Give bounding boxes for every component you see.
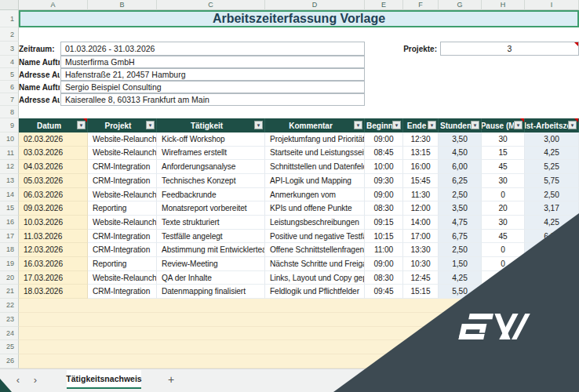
row-header-9[interactable]: 9: [0, 118, 19, 132]
cell-r13-c0[interactable]: 05.03.2026: [19, 174, 88, 188]
cell-r15-c5[interactable]: 12:00: [403, 201, 439, 216]
filter-dropdown-icon[interactable]: ▼: [392, 121, 401, 129]
add-sheet-button[interactable]: +: [163, 372, 179, 387]
column-header-E[interactable]: E: [365, 0, 403, 10]
cell-r10-c3[interactable]: Projektumfang und Prioritäten: [265, 132, 365, 147]
cell-r18-c1[interactable]: CRM-Integration: [88, 243, 157, 257]
cell-r12-c8[interactable]: 5,25: [525, 160, 579, 174]
row-header-24[interactable]: 24: [0, 327, 19, 341]
column-header-A[interactable]: A: [19, 0, 88, 10]
cell-r16-c0[interactable]: 10.03.2026: [19, 216, 88, 230]
cell-r16-c8[interactable]: 4,25: [525, 216, 579, 230]
cell-r16-c3[interactable]: Leistungsbeschreibungen: [265, 216, 365, 230]
cell-r15-c1[interactable]: Reporting: [88, 201, 157, 216]
cell-r17-c8[interactable]: 6,00: [525, 230, 579, 244]
empty-row-23[interactable]: [19, 313, 579, 327]
table-header-2[interactable]: Tätigkeit▼: [157, 118, 265, 132]
cell-r20-c2[interactable]: QA der Inhalte: [157, 271, 265, 285]
column-header-F[interactable]: F: [403, 0, 439, 10]
cell-r16-c7[interactable]: 30: [482, 216, 525, 230]
cell-r14-c1[interactable]: Website-Relaunch: [88, 188, 157, 202]
cell-r19-c3[interactable]: Nächste Schritte und Freigaben: [265, 257, 365, 271]
cell-r19-c0[interactable]: 16.03.2026: [19, 257, 88, 271]
form-value-cell-0[interactable]: 01.03.2026 - 31.03.2026: [60, 42, 365, 56]
table-header-5[interactable]: Ende▼: [403, 118, 439, 132]
cell-r13-c6[interactable]: 6,25: [439, 174, 482, 188]
table-header-3[interactable]: Kommentar▼: [265, 118, 365, 132]
cell-r12-c2[interactable]: Anforderungsanalyse: [157, 160, 265, 174]
cell-r12-c0[interactable]: 04.03.2026: [19, 160, 88, 174]
projects-value-cell[interactable]: 3: [440, 42, 579, 56]
cell-r21-c2[interactable]: Datenmapping finalisiert: [157, 285, 265, 299]
cell-r11-c8[interactable]: 4,25: [525, 147, 579, 161]
form-value-cell-1[interactable]: Musterfirma GmbH: [60, 56, 365, 68]
cell-r17-c2[interactable]: Testfälle angelegt: [157, 230, 265, 244]
table-header-7[interactable]: Pause (Mi▼: [482, 118, 525, 132]
column-header-H[interactable]: H: [482, 0, 525, 10]
column-header-C[interactable]: C: [157, 0, 265, 10]
cell-r12-c7[interactable]: 45: [482, 160, 525, 174]
cell-r21-c4[interactable]: 09:45: [365, 285, 403, 299]
row-header-17[interactable]: 17: [0, 230, 19, 244]
cell-r21-c6[interactable]: 5,50: [439, 285, 482, 299]
row-header-7[interactable]: 7: [0, 93, 19, 106]
cell-r11-c3[interactable]: Startseite und Leistungsseiten: [265, 147, 365, 161]
cell-r13-c2[interactable]: Technisches Konzept: [157, 174, 265, 188]
cell-r13-c4[interactable]: 09:30: [365, 174, 403, 188]
cell-r12-c4[interactable]: 10:00: [365, 160, 403, 174]
row-header-14[interactable]: 14: [0, 188, 19, 202]
form-value-cell-2[interactable]: Hafenstraße 21, 20457 Hamburg: [60, 68, 365, 81]
cell-r19-c4[interactable]: 09:00: [365, 257, 403, 271]
empty-row-26[interactable]: [19, 354, 579, 368]
cell-r18-c0[interactable]: 12.03.2026: [19, 243, 88, 257]
cell-r15-c3[interactable]: KPIs und offene Punkte: [265, 201, 365, 216]
cell-r19-c6[interactable]: 1,50: [439, 257, 482, 271]
cell-r11-c1[interactable]: Website-Relaunch: [88, 147, 157, 161]
row-header-10[interactable]: 10: [0, 132, 19, 147]
row-header-20[interactable]: 20: [0, 271, 19, 285]
cell-r18-c2[interactable]: Abstimmung mit Entwicklerteam: [157, 243, 265, 257]
cell-r14-c4[interactable]: 09:00: [365, 188, 403, 202]
cell-r10-c5[interactable]: 12:30: [403, 132, 439, 147]
empty-row-24[interactable]: [19, 327, 579, 341]
cell-r17-c5[interactable]: 17:00: [403, 230, 439, 244]
filter-dropdown-icon[interactable]: ▼: [428, 121, 436, 129]
row-header-1[interactable]: 1: [0, 10, 19, 27]
row-header-3[interactable]: 3: [0, 42, 19, 56]
cell-r13-c5[interactable]: 15:45: [403, 174, 439, 188]
empty-row-22[interactable]: [19, 299, 579, 313]
cell-r17-c0[interactable]: 11.03.2026: [19, 230, 88, 244]
row-header-5[interactable]: 5: [0, 68, 19, 81]
row-header-21[interactable]: 21: [0, 285, 19, 299]
cell-r15-c6[interactable]: 3,50: [439, 201, 482, 216]
tab-taetigkeitsnachweis[interactable]: Tätigkeitsnachweis: [67, 370, 141, 389]
cell-r15-c4[interactable]: 08:30: [365, 201, 403, 216]
row-header-2[interactable]: 2: [0, 27, 19, 42]
sheet-title-cell[interactable]: Arbeitszeiterfassung Vorlage: [19, 10, 579, 27]
cell-r17-c4[interactable]: 10:15: [365, 230, 403, 244]
row-header-25[interactable]: 25: [0, 340, 19, 354]
cell-r20-c7[interactable]: [482, 271, 525, 285]
cell-r21-c0[interactable]: 18.03.2026: [19, 285, 88, 299]
filter-dropdown-icon[interactable]: ▼: [471, 121, 479, 129]
row-header-11[interactable]: 11: [0, 147, 19, 161]
cell-r15-c7[interactable]: 20: [482, 201, 525, 216]
column-header-G[interactable]: G: [439, 0, 482, 10]
cell-r14-c7[interactable]: 0: [482, 188, 525, 202]
cell-r20-c6[interactable]: 4,25: [439, 271, 482, 285]
row-header-22[interactable]: 22: [0, 299, 19, 313]
cell-r17-c3[interactable]: Positive und negative Testfälle: [265, 230, 365, 244]
cell-r10-c1[interactable]: Website-Relaunch: [88, 132, 157, 147]
cell-r21-c3[interactable]: Feldlogik und Pflichtfelder: [265, 285, 365, 299]
cell-r14-c6[interactable]: 2,50: [439, 188, 482, 202]
cell-r19-c1[interactable]: Reporting: [88, 257, 157, 271]
cell-r19-c7[interactable]: 0: [482, 257, 525, 271]
row-header-16[interactable]: 16: [0, 216, 19, 230]
column-header-D[interactable]: D: [265, 0, 365, 10]
cell-r17-c1[interactable]: CRM-Integration: [88, 230, 157, 244]
cell-r14-c3[interactable]: Anmerkungen vom: [265, 188, 365, 202]
cell-r20-c5[interactable]: 12:45: [403, 271, 439, 285]
cell-r18-c7[interactable]: 0: [482, 243, 525, 257]
cell-r12-c5[interactable]: 16:00: [403, 160, 439, 174]
cell-r10-c7[interactable]: 30: [482, 132, 525, 147]
